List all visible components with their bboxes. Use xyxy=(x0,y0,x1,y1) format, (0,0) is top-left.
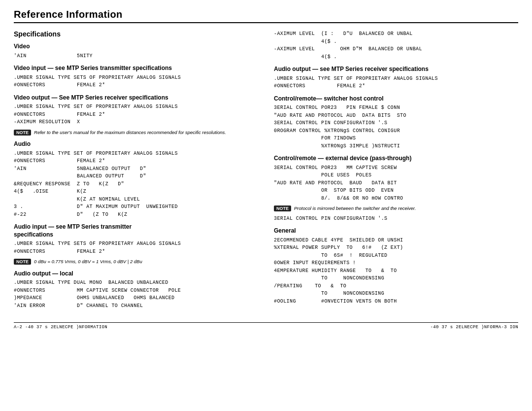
video-output-specs: .UMBER SIGNAL TYPE SET OF PROPRIETARY AN… xyxy=(14,103,258,126)
control-pin-config-specs: 3ERIAL CONTROL PIN CONFIGURATION '.S xyxy=(274,215,518,223)
page-title: Reference Information xyxy=(14,9,518,23)
control-switcher-section: Control/remote— switcher host control 3E… xyxy=(274,95,518,150)
video-input-section: Video input — see MTP Series transmitter… xyxy=(14,65,258,89)
control-external-title: Control/remote — external device (pass-t… xyxy=(274,155,518,163)
audio-output-receiver-section: Audio output — see MTP Series receiver s… xyxy=(274,66,518,90)
note-text-control-external: Protocol is mirrored between the switche… xyxy=(294,205,416,211)
note-badge-video-output: NOTE xyxy=(14,130,31,136)
right-column: -AXIMUM LEVEL (I : D"U BALANCED OR UNBAL… xyxy=(274,30,518,313)
audio-input-specs: .UMBER SIGNAL TYPE SETS OF PROPRIETARY A… xyxy=(14,240,258,255)
left-column: Specifications Video 'AIN 5NITY Video in… xyxy=(14,30,258,313)
control-switcher-specs: 3ERIAL CONTROL POR23 PIN FEMALE $ CONN "… xyxy=(274,104,518,150)
audio-title: Audio xyxy=(14,140,258,148)
video-output-section: Video output — See MTP Series receiver s… xyxy=(14,94,258,136)
video-title: Video xyxy=(14,43,258,51)
general-specs: 2ECOMMENDED CABLE 4YPE SHIELDED OR UNSHI… xyxy=(274,237,518,306)
audio-output-local-specs: .UMBER SIGNAL TYPE DUAL MONO BALANCED UN… xyxy=(14,279,258,309)
video-specs: 'AIN 5NITY xyxy=(14,52,258,60)
video-output-title: Video output — See MTP Series receiver s… xyxy=(14,94,258,102)
footer-right: -40 37 s 2ELNECPE )NFORMA-3 ION xyxy=(430,325,518,330)
audio-input-note: NOTE 0 dBu = 0.775 Vrms, 0 dBV = 1 Vrms,… xyxy=(14,258,258,265)
specifications-title: Specifications xyxy=(14,30,258,38)
page-footer: A-2 -40 37 s 2ELNECPE )NFORMATION -40 37… xyxy=(14,322,518,330)
audio-output-receiver-specs: .UMBER SIGNAL TYPE SET OF PROPRIETARY AN… xyxy=(274,75,518,90)
audio-output-local-section: Audio output — local .UMBER SIGNAL TYPE … xyxy=(14,270,258,310)
audio-input-title: Audio input — see MTP Series transmitter… xyxy=(14,223,258,239)
footer-left: A-2 -40 37 s 2ELNECPE )NFORMATION xyxy=(14,325,107,330)
note-badge-control-external: NOTE xyxy=(274,206,291,211)
audio-level-section: -AXIMUM LEVEL (I : D"U BALANCED OR UNBAL… xyxy=(274,30,518,61)
general-section: General 2ECOMMENDED CABLE 4YPE SHIELDED … xyxy=(274,227,518,305)
video-output-note: NOTE Refer to the user's manual for the … xyxy=(14,129,258,136)
audio-section: Audio .UMBER SIGNAL TYPE SET OF PROPRIET… xyxy=(14,140,258,218)
general-title: General xyxy=(274,227,518,235)
control-external-specs: 3ERIAL CONTROL POR23 MM CAPTIVE SCREW PO… xyxy=(274,164,518,203)
note-text-audio-input: 0 dBu = 0.775 Vrms, 0 dBV = 1 Vrms, 0 dB… xyxy=(34,258,142,265)
audio-specs: .UMBER SIGNAL TYPE SET OF PROPRIETARY AN… xyxy=(14,150,258,219)
note-text-video-output: Refer to the user's manual for the maxim… xyxy=(34,129,226,136)
video-section: Video 'AIN 5NITY xyxy=(14,43,258,60)
control-external-note: NOTE Protocol is mirrored between the sw… xyxy=(274,205,518,211)
audio-output-local-title: Audio output — local xyxy=(14,270,258,278)
video-input-specs: .UMBER SIGNAL TYPE SETS OF PROPRIETARY A… xyxy=(14,74,258,89)
audio-output-receiver-title: Audio output — see MTP Series receiver s… xyxy=(274,66,518,73)
audio-level-specs: -AXIMUM LEVEL (I : D"U BALANCED OR UNBAL… xyxy=(274,30,518,61)
control-external-section: Control/remote — external device (pass-t… xyxy=(274,155,518,222)
audio-input-section: Audio input — see MTP Series transmitter… xyxy=(14,223,258,265)
control-switcher-title: Control/remote— switcher host control xyxy=(274,95,518,103)
video-input-title: Video input — see MTP Series transmitter… xyxy=(14,65,258,72)
note-badge-audio-input: NOTE xyxy=(14,259,31,265)
